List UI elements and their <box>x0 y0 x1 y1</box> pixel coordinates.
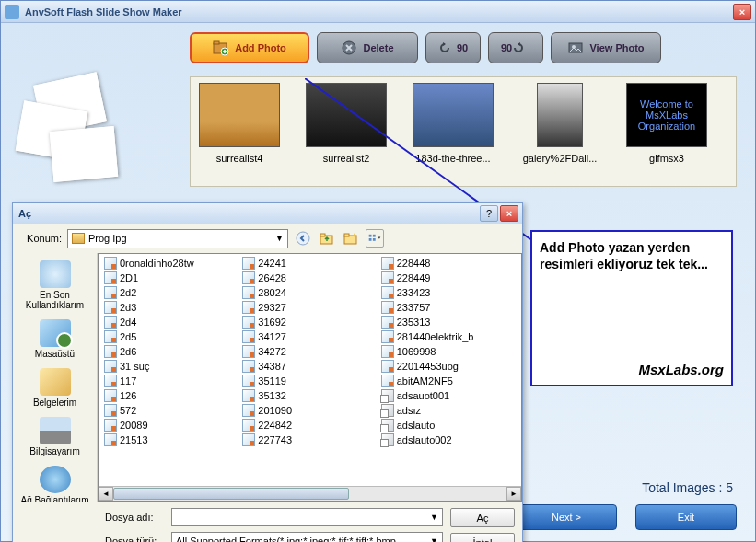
place-computer[interactable]: Bilgisayarım <box>18 413 92 460</box>
file-name: 34127 <box>258 331 286 342</box>
file-item[interactable]: abitAM2NF5 <box>379 374 518 388</box>
delete-button[interactable]: Delete <box>317 32 418 63</box>
file-item[interactable]: 2d2 <box>102 285 240 300</box>
scroll-right-icon[interactable]: ► <box>506 487 521 501</box>
file-item[interactable]: adsız <box>379 403 518 418</box>
dialog-title: Aç <box>17 208 480 219</box>
file-item[interactable]: adsauot001 <box>379 388 518 403</box>
file-item[interactable]: 228449 <box>379 271 518 285</box>
file-item[interactable]: 2d5 <box>102 329 240 344</box>
thumbnail-item[interactable]: 183d-the-three... <box>410 83 496 180</box>
folder-icon <box>72 233 85 244</box>
image-file-icon <box>381 301 394 314</box>
file-name: 233423 <box>397 287 431 298</box>
cancel-button[interactable]: İptal <box>450 533 515 542</box>
thumbnail-item[interactable]: surrealist2 <box>303 83 390 180</box>
file-item[interactable]: 35119 <box>240 374 378 388</box>
file-name: 35132 <box>258 390 286 401</box>
thumbnail-image <box>537 83 583 147</box>
place-desktop[interactable]: Masaüstü <box>18 316 92 363</box>
rotate-right-button[interactable]: 90 <box>488 32 543 63</box>
file-item[interactable]: 26428 <box>240 271 378 285</box>
recent-icon <box>40 260 71 288</box>
file-item[interactable]: 227743 <box>240 432 378 447</box>
thumbnail-item[interactable]: Welcome to MsXLabs Organization gifmsx3 <box>623 83 710 180</box>
scroll-left-icon[interactable]: ◄ <box>99 487 113 501</box>
file-list[interactable]: 0ronaldinho28tw2D12d22d32d42d52d631 suç1… <box>98 253 522 502</box>
add-photo-label: Add Photo <box>235 42 286 53</box>
file-item[interactable]: 34272 <box>240 344 378 359</box>
folder-plus-icon <box>213 40 229 56</box>
file-item[interactable]: 233757 <box>379 300 518 315</box>
image-file-icon <box>104 257 117 270</box>
svg-rect-14 <box>373 235 376 237</box>
thumbnail-item[interactable]: galery%2FDali... <box>517 83 603 180</box>
filename-input[interactable]: ▼ <box>171 508 443 526</box>
file-item[interactable]: 20089 <box>102 418 240 432</box>
file-item[interactable]: 572 <box>102 403 240 418</box>
file-item[interactable]: 31692 <box>240 315 378 329</box>
file-item[interactable]: 126 <box>102 388 240 403</box>
file-name: 1069998 <box>397 346 436 357</box>
file-item[interactable]: 21513 <box>102 432 240 447</box>
file-item[interactable]: 2d3 <box>102 300 240 315</box>
location-combo[interactable]: Prog Ipg ▼ <box>67 229 288 248</box>
exit-button[interactable]: Exit <box>635 504 737 530</box>
dialog-close-icon[interactable]: × <box>500 205 518 222</box>
scroll-thumb[interactable] <box>113 488 349 500</box>
image-file-icon <box>381 316 394 329</box>
help-icon[interactable]: ? <box>480 205 498 222</box>
image-file-icon <box>381 375 394 387</box>
file-item[interactable]: 233423 <box>379 285 518 300</box>
close-icon[interactable]: × <box>733 4 751 20</box>
thumbnail-label: galery%2FDali... <box>517 153 603 164</box>
up-folder-icon[interactable] <box>318 229 336 248</box>
file-item[interactable]: 28024 <box>240 285 378 300</box>
file-item[interactable]: 2D1 <box>102 271 240 285</box>
file-item[interactable]: 31 suç <box>102 359 240 374</box>
file-item[interactable]: 2d6 <box>102 344 240 359</box>
image-file-icon <box>104 433 117 446</box>
file-item[interactable]: adslauto002 <box>379 432 518 447</box>
h-scrollbar[interactable]: ◄ ► <box>99 486 521 501</box>
image-file-icon <box>104 345 117 358</box>
file-item[interactable]: 281440elektrik_b <box>379 329 518 344</box>
file-item[interactable]: 228448 <box>379 256 518 271</box>
back-icon[interactable] <box>294 229 312 248</box>
file-item[interactable]: 2d4 <box>102 315 240 329</box>
file-item[interactable]: 22014453uog <box>379 359 518 374</box>
file-item[interactable]: adslauto <box>379 418 518 432</box>
place-label: Belgelerim <box>33 398 76 408</box>
file-item[interactable]: 34387 <box>240 359 378 374</box>
place-documents[interactable]: Belgelerim <box>18 364 92 411</box>
file-item[interactable]: 117 <box>102 374 240 388</box>
thumbnail-image <box>306 83 387 147</box>
file-item[interactable]: 29327 <box>240 300 378 315</box>
toolbar: Add Photo Delete 90 90 <box>190 32 737 67</box>
new-folder-icon[interactable] <box>342 229 360 248</box>
open-button[interactable]: Aç <box>450 508 515 527</box>
file-item[interactable]: 34127 <box>240 329 378 344</box>
image-file-icon <box>242 271 255 284</box>
file-item[interactable]: 0ronaldinho28tw <box>102 256 240 271</box>
view-menu-icon[interactable] <box>366 229 384 248</box>
file-item[interactable]: 224842 <box>240 418 378 432</box>
file-item[interactable]: 235313 <box>379 315 518 329</box>
file-name: 126 <box>120 390 136 401</box>
rotate-left-button[interactable]: 90 <box>425 32 481 63</box>
thumbnail-item[interactable]: surrealist4 <box>196 83 283 180</box>
image-file-icon <box>104 404 117 417</box>
svg-rect-12 <box>369 235 372 237</box>
place-recent[interactable]: En Son Kullandıklarım <box>18 257 92 314</box>
place-label: Ağ Bağlantılarım <box>21 495 89 502</box>
file-item[interactable]: 35132 <box>240 388 378 403</box>
place-network[interactable]: Ağ Bağlantılarım <box>18 462 92 502</box>
add-photo-button[interactable]: Add Photo <box>190 32 309 63</box>
file-item[interactable]: 24241 <box>240 256 378 271</box>
file-item[interactable]: 1069998 <box>379 344 518 359</box>
file-item[interactable]: 201090 <box>240 403 378 418</box>
next-button[interactable]: Next > <box>516 504 617 530</box>
filetype-select[interactable]: All Supported Formats(*.jpg;*.jpeg;*.tif… <box>171 532 443 542</box>
view-photo-button[interactable]: View Photo <box>551 32 661 63</box>
image-file-icon <box>381 345 394 358</box>
